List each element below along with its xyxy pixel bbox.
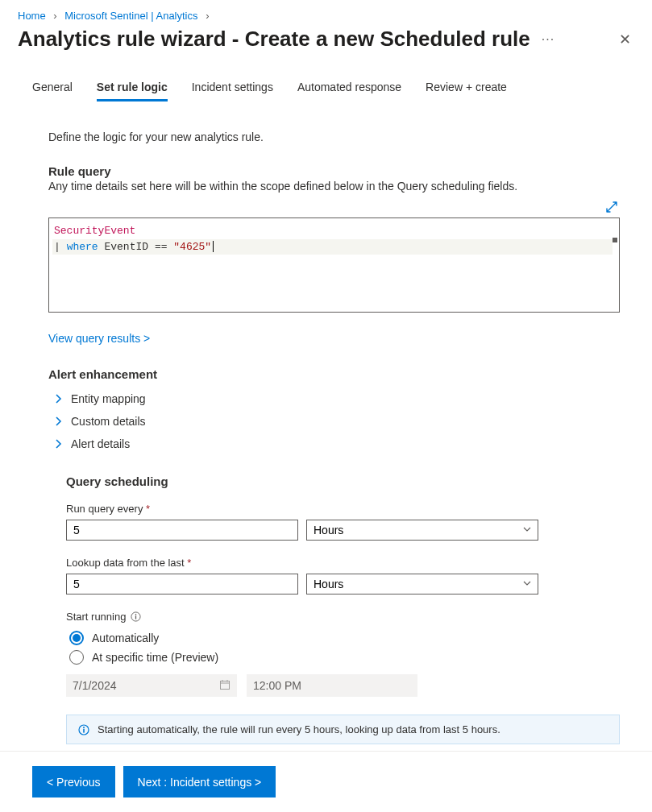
intro-text: Define the logic for your new analytics …	[48, 130, 620, 143]
rule-query-sub: Any time details set here will be within…	[48, 180, 620, 193]
lookup-data-input[interactable]	[66, 574, 298, 594]
radio-label: Automatically	[92, 632, 159, 644]
info-icon	[78, 724, 89, 735]
tab-general[interactable]: General	[32, 76, 73, 102]
close-button[interactable]: ✕	[616, 29, 634, 50]
query-line-2: | where EventID == "4625"	[52, 239, 613, 255]
page-title: Analytics rule wizard - Create a new Sch…	[18, 27, 530, 52]
chevron-right-icon: ›	[206, 10, 209, 22]
start-running-specific-time-radio[interactable]: At specific time (Preview)	[69, 650, 620, 665]
chevron-right-icon: ›	[53, 10, 56, 22]
run-query-every-unit-select[interactable]	[306, 520, 538, 541]
breadcrumb-sentinel-analytics[interactable]: Microsoft Sentinel | Analytics	[64, 10, 197, 22]
wizard-footer: < Previous Next : Incident settings >	[0, 751, 652, 812]
radio-checked-icon	[69, 631, 84, 645]
expand-icon[interactable]	[605, 203, 618, 216]
svg-rect-9	[83, 728, 85, 732]
radio-label: At specific time (Preview)	[92, 651, 218, 664]
chevron-right-icon	[55, 416, 63, 427]
start-date-input[interactable]: 7/1/2024	[66, 674, 237, 697]
rule-query-heading: Rule query	[48, 164, 620, 178]
previous-button[interactable]: < Previous	[32, 766, 115, 798]
lookup-data-unit-select[interactable]	[306, 574, 538, 594]
run-query-every-input[interactable]	[66, 520, 298, 541]
content-scroll[interactable]: Define the logic for your new analytics …	[0, 103, 652, 751]
radio-unchecked-icon	[69, 650, 84, 665]
view-query-results-link[interactable]: View query results >	[48, 332, 150, 345]
wizard-tabs: General Set rule logic Incident settings…	[0, 76, 652, 102]
svg-rect-3	[221, 681, 230, 689]
scheduling-info-box: Starting automatically, the rule will ru…	[66, 715, 620, 744]
lookup-data-label: Lookup data from the last *	[66, 557, 620, 569]
alert-enhancement-label: Alert details	[71, 437, 130, 450]
tab-automated-response[interactable]: Automated response	[297, 76, 401, 102]
scheduling-info-text: Starting automatically, the rule will ru…	[98, 723, 500, 735]
query-line-1: SecurityEvent	[52, 225, 135, 237]
tab-incident-settings[interactable]: Incident settings	[192, 76, 273, 102]
chevron-right-icon	[55, 438, 63, 450]
calendar-icon	[219, 679, 230, 693]
start-date-value: 7/1/2024	[73, 679, 117, 692]
rule-query-editor[interactable]: SecurityEvent | where EventID == "4625"	[48, 218, 620, 313]
run-query-every-label: Run query every *	[66, 503, 620, 515]
svg-rect-2	[135, 615, 136, 619]
editor-scrollbar-stub	[613, 238, 617, 242]
more-actions-button[interactable]: ···	[542, 32, 554, 47]
tab-set-rule-logic[interactable]: Set rule logic	[97, 76, 168, 102]
chevron-right-icon	[55, 393, 63, 404]
info-icon[interactable]	[131, 611, 141, 622]
alert-enhancement-label: Custom details	[71, 415, 146, 428]
breadcrumb-home[interactable]: Home	[18, 10, 46, 22]
alert-enhancement-label: Entity mapping	[71, 392, 146, 405]
query-scheduling-heading: Query scheduling	[66, 474, 620, 488]
tab-review-create[interactable]: Review + create	[426, 76, 507, 102]
alert-enhancement-custom-details[interactable]: Custom details	[48, 410, 620, 433]
start-time-input[interactable]: 12:00 PM	[247, 674, 417, 697]
start-running-automatically-radio[interactable]: Automatically	[69, 631, 620, 645]
start-time-value: 12:00 PM	[253, 679, 301, 692]
next-button[interactable]: Next : Incident settings >	[123, 766, 276, 798]
svg-point-8	[83, 727, 85, 728]
start-running-label: Start running	[66, 611, 126, 623]
breadcrumb: Home › Microsoft Sentinel | Analytics ›	[0, 0, 652, 27]
alert-enhancement-entity-mapping[interactable]: Entity mapping	[48, 387, 620, 410]
svg-point-1	[135, 614, 137, 615]
alert-enhancement-alert-details[interactable]: Alert details	[48, 433, 620, 455]
alert-enhancement-heading: Alert enhancement	[48, 367, 620, 381]
